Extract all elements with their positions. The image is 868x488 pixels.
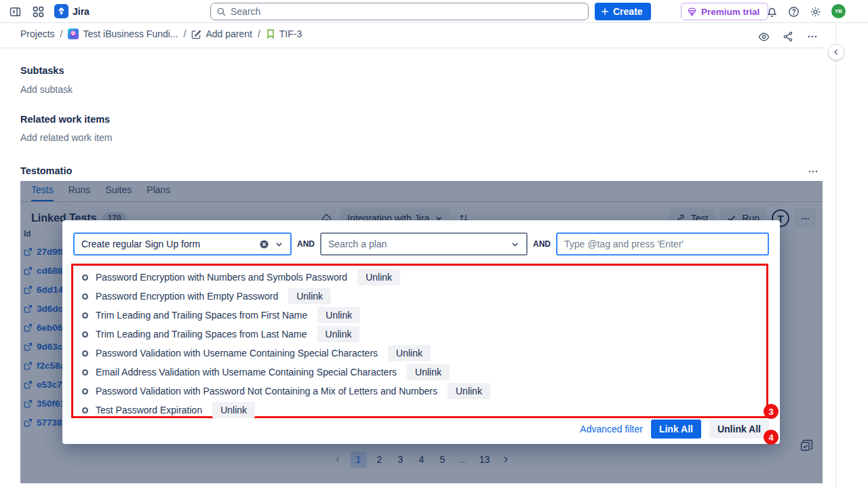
unlink-button[interactable]: Unlink bbox=[288, 288, 331, 304]
testomatio-more-icon[interactable] bbox=[804, 165, 822, 178]
linked-test-name: Trim Leading and Trailing Spaces from La… bbox=[96, 329, 307, 340]
linked-test-name: Password Encryption with Numbers and Sym… bbox=[96, 272, 347, 283]
help-icon[interactable] bbox=[785, 3, 802, 20]
and-label: AND bbox=[297, 239, 315, 249]
annotation-badge-4: 4 bbox=[764, 430, 778, 445]
gem-icon bbox=[687, 7, 697, 17]
linked-test-row: Trim Leading and Trailing Spaces from Fi… bbox=[81, 308, 766, 322]
unlink-button[interactable]: Unlink bbox=[317, 307, 360, 323]
chevron-down-icon[interactable] bbox=[511, 240, 519, 249]
breadcrumb-separator: / bbox=[258, 28, 260, 39]
search-icon bbox=[216, 7, 226, 17]
breadcrumb-projects[interactable]: Projects bbox=[20, 28, 55, 39]
linked-test-name: Password Validation with Password Not Co… bbox=[96, 386, 437, 396]
right-panel-divider bbox=[835, 24, 836, 488]
settings-gear-icon[interactable] bbox=[807, 3, 823, 20]
unlink-button[interactable]: Unlink bbox=[448, 383, 490, 399]
top-navigation-bar: Jira Create Premium trial YB bbox=[0, 0, 868, 23]
linked-test-row: Password Validation with Password Not Co… bbox=[81, 384, 766, 398]
annotation-red-box: Password Encryption with Numbers and Sym… bbox=[71, 264, 768, 418]
linked-test-row: Password Validation with Username Contai… bbox=[81, 346, 766, 360]
link-all-button[interactable]: Link All bbox=[651, 420, 701, 439]
modal-filter-row: Create regular Sign Up form AND Search a… bbox=[73, 232, 769, 256]
watch-icon[interactable] bbox=[753, 27, 774, 46]
create-button[interactable]: Create bbox=[595, 3, 651, 20]
breadcrumb-separator: / bbox=[184, 28, 186, 39]
unlink-all-button[interactable]: Unlink All bbox=[709, 420, 769, 439]
unlink-button[interactable]: Unlink bbox=[212, 402, 255, 418]
add-subtask-button[interactable]: Add subtask bbox=[20, 84, 73, 95]
global-search[interactable] bbox=[210, 3, 589, 20]
breadcrumb: Projects / Test iBusiness Fundi... / Add… bbox=[20, 28, 302, 39]
linked-test-row: Trim Leading and Trailing Spaces from La… bbox=[81, 327, 766, 341]
breadcrumb-project[interactable]: Test iBusiness Fundi... bbox=[68, 28, 178, 39]
breadcrumb-separator: / bbox=[60, 28, 63, 39]
unlink-button[interactable]: Unlink bbox=[357, 269, 400, 285]
linked-test-row: Test Password Expiration Unlink bbox=[81, 403, 766, 417]
link-tests-modal: Create regular Sign Up form AND Search a… bbox=[62, 220, 780, 444]
breadcrumb-issue[interactable]: TIF-3 bbox=[266, 28, 302, 39]
project-avatar-icon bbox=[68, 28, 79, 39]
test-bullet-icon bbox=[81, 388, 89, 395]
create-button-label: Create bbox=[613, 6, 643, 17]
app-title: Jira bbox=[73, 6, 90, 17]
sidebar-toggle-icon[interactable] bbox=[7, 3, 23, 20]
plus-icon bbox=[600, 7, 610, 16]
avatar[interactable]: YB bbox=[831, 4, 846, 18]
clear-filter-icon[interactable] bbox=[259, 239, 269, 249]
share-icon[interactable] bbox=[777, 27, 799, 46]
unlink-button[interactable]: Unlink bbox=[407, 364, 450, 380]
issue-actions bbox=[753, 27, 823, 46]
test-bullet-icon bbox=[81, 293, 89, 300]
test-filter-select[interactable]: Create regular Sign Up form bbox=[73, 232, 292, 256]
plan-filter-placeholder: Search a plan bbox=[328, 239, 505, 249]
annotation-badge-3: 3 bbox=[764, 404, 778, 419]
premium-trial-button[interactable]: Premium trial bbox=[681, 3, 768, 20]
jira-logo-icon[interactable] bbox=[54, 4, 68, 18]
add-parent-button[interactable]: Add parent bbox=[191, 28, 252, 39]
tag-filter-input[interactable] bbox=[556, 232, 769, 256]
test-filter-value: Create regular Sign Up form bbox=[81, 239, 254, 249]
plan-filter-select[interactable]: Search a plan bbox=[320, 232, 528, 256]
collapse-panel-button[interactable] bbox=[828, 44, 844, 60]
breadcrumb-project-label: Test iBusiness Fundi... bbox=[83, 28, 178, 39]
subtasks-heading: Subtasks bbox=[20, 65, 64, 76]
linked-test-name: Trim Leading and Trailing Spaces from Fi… bbox=[96, 310, 307, 321]
linked-test-name: Email Address Validation with Username C… bbox=[96, 367, 397, 378]
linked-test-row: Password Encryption with Numbers and Sym… bbox=[81, 270, 766, 284]
test-bullet-icon bbox=[81, 407, 89, 414]
testomatio-heading: Testomatio bbox=[20, 165, 72, 176]
and-label: AND bbox=[533, 239, 551, 249]
header-divider bbox=[0, 47, 825, 48]
more-actions-icon[interactable] bbox=[802, 27, 823, 46]
linked-test-name: Password Validation with Username Contai… bbox=[96, 348, 378, 359]
test-bullet-icon bbox=[81, 369, 89, 376]
bookmark-icon bbox=[266, 29, 275, 39]
breadcrumb-issue-label: TIF-3 bbox=[279, 28, 302, 39]
test-bullet-icon bbox=[81, 331, 89, 338]
chevron-down-icon[interactable] bbox=[275, 240, 283, 249]
related-work-items-heading: Related work items bbox=[20, 114, 110, 125]
add-related-work-item-button[interactable]: Add related work item bbox=[20, 132, 112, 143]
edit-icon bbox=[191, 29, 201, 39]
avatar-initials: YB bbox=[835, 8, 842, 14]
test-bullet-icon bbox=[81, 350, 89, 357]
linked-test-row: Email Address Validation with Username C… bbox=[81, 365, 766, 379]
test-bullet-icon bbox=[81, 274, 89, 281]
add-parent-label: Add parent bbox=[205, 28, 252, 39]
unlink-button[interactable]: Unlink bbox=[388, 345, 431, 361]
premium-trial-label: Premium trial bbox=[701, 7, 760, 17]
linked-test-name: Test Password Expiration bbox=[96, 405, 202, 415]
search-input[interactable] bbox=[231, 6, 583, 17]
test-bullet-icon bbox=[81, 312, 89, 319]
unlink-button[interactable]: Unlink bbox=[317, 326, 360, 342]
advanced-filter-link[interactable]: Advanced filter bbox=[580, 424, 643, 434]
notifications-icon[interactable] bbox=[764, 3, 780, 20]
linked-test-name: Password Encryption with Empty Password bbox=[96, 291, 278, 302]
app-switcher-icon[interactable] bbox=[30, 3, 46, 20]
modal-footer: Advanced filter Link All Unlink All bbox=[580, 420, 769, 439]
linked-test-row: Password Encryption with Empty Password … bbox=[81, 289, 766, 303]
